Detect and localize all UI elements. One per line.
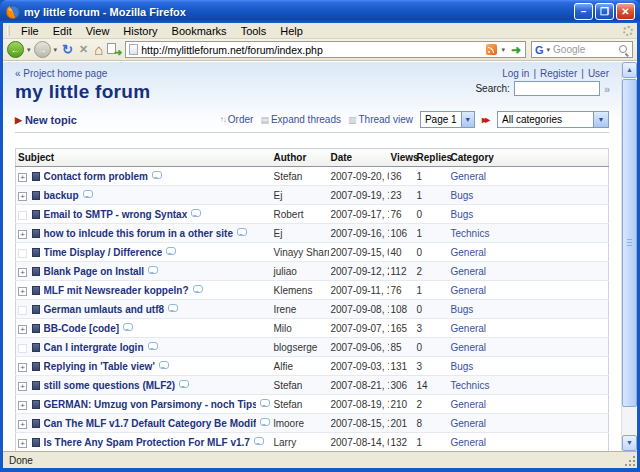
col-header-author[interactable]: Author xyxy=(272,149,329,167)
menu-file[interactable]: File xyxy=(14,24,46,38)
menu-view[interactable]: View xyxy=(79,24,117,38)
chevron-down-icon[interactable]: ▼ xyxy=(461,112,474,127)
subject-link[interactable]: Time Display / Difference xyxy=(44,247,163,258)
category-link[interactable]: General xyxy=(451,285,487,296)
search-engine-dropdown-icon[interactable]: ▾ xyxy=(546,46,552,54)
subject-link[interactable]: how to inlcude this forum in a other sit… xyxy=(44,228,233,239)
menu-tools[interactable]: Tools xyxy=(234,24,274,38)
scroll-thumb[interactable] xyxy=(622,79,637,407)
addon-page-icon[interactable]: ➜ xyxy=(107,43,120,56)
search-submit-icon[interactable]: » xyxy=(604,83,609,95)
reply-bubble-icon xyxy=(148,266,158,274)
col-header-category[interactable]: Category xyxy=(449,149,609,167)
user-link[interactable]: User xyxy=(588,68,609,79)
title-bar[interactable]: my little forum - Mozilla Firefox – ❐ ✕ xyxy=(0,0,640,23)
search-input[interactable] xyxy=(514,81,600,96)
expander-icon[interactable]: + xyxy=(18,420,27,429)
sort-arrows-icon: ↑↓ xyxy=(220,115,226,124)
subject-link[interactable]: MLF mit Newsreader koppeln? xyxy=(44,285,189,296)
category-link[interactable]: Bugs xyxy=(451,190,474,201)
category-link[interactable]: Bugs xyxy=(451,304,474,315)
category-link[interactable]: General xyxy=(451,247,487,258)
scroll-up-button[interactable]: ▲ xyxy=(622,62,637,78)
project-home-link[interactable]: « Project home page xyxy=(15,68,107,79)
rss-feed-icon[interactable] xyxy=(486,44,497,55)
scroll-track[interactable] xyxy=(622,78,637,435)
register-link[interactable]: Register xyxy=(540,68,577,79)
close-button[interactable]: ✕ xyxy=(616,3,635,20)
category-link[interactable]: General xyxy=(451,399,487,410)
home-button[interactable]: ⌂ xyxy=(92,41,105,58)
subject-link[interactable]: Replying in 'Table view' xyxy=(44,361,155,372)
back-button[interactable]: ← xyxy=(7,41,24,58)
resize-grip[interactable] xyxy=(624,455,636,467)
subject-link[interactable]: BB-Code [code] xyxy=(44,323,120,334)
category-link[interactable]: General xyxy=(451,437,487,448)
menu-help[interactable]: Help xyxy=(273,24,310,38)
url-text[interactable]: http://mylittleforum.net/forum/index.php xyxy=(141,44,483,56)
new-topic-link[interactable]: ▶ New topic xyxy=(15,114,77,126)
category-link[interactable]: General xyxy=(451,266,487,277)
login-link[interactable]: Log in xyxy=(502,68,529,79)
order-link[interactable]: ↑↓ Order xyxy=(220,114,254,125)
thread-view-link[interactable]: ▥ Thread view xyxy=(348,114,413,125)
expander-icon[interactable]: + xyxy=(18,439,27,448)
subject-link[interactable]: Blank Page on Install xyxy=(44,266,145,277)
page-select[interactable]: Page 1 ▼ xyxy=(420,111,475,128)
category-select[interactable]: All categories ▼ xyxy=(497,111,609,128)
chevron-down-icon[interactable]: ▼ xyxy=(593,112,608,127)
views-cell: 23 xyxy=(389,186,415,205)
expander-icon[interactable]: + xyxy=(18,401,27,410)
subject-link[interactable]: Can I intergrate login xyxy=(44,342,144,353)
category-link[interactable]: Technics xyxy=(451,228,490,239)
next-page-icon[interactable]: ▸▸ xyxy=(482,114,490,125)
subject-link[interactable]: Email to SMTP - wrong Syntax xyxy=(44,209,188,220)
category-link[interactable]: General xyxy=(451,342,487,353)
subject-link[interactable]: German umlauts and utf8 xyxy=(44,304,165,315)
forward-button[interactable]: → xyxy=(34,41,51,58)
maximize-button[interactable]: ❐ xyxy=(595,3,614,20)
subject-link[interactable]: backup xyxy=(44,190,79,201)
col-header-views[interactable]: Views xyxy=(389,149,415,167)
expander-icon[interactable]: + xyxy=(18,192,27,201)
category-link[interactable]: General xyxy=(451,171,487,182)
subject-link[interactable]: GERMAN: Umzug von Parsimony - noch Tips … xyxy=(44,399,256,410)
scroll-down-button[interactable]: ▼ xyxy=(622,435,637,451)
expander-icon[interactable]: + xyxy=(18,173,27,182)
menu-history[interactable]: History xyxy=(116,24,164,38)
expander-icon[interactable]: + xyxy=(18,325,27,334)
google-search-box[interactable]: G ▾ Google xyxy=(531,41,633,58)
expand-threads-link[interactable]: ▤ Expand threads xyxy=(260,114,341,125)
expander-icon[interactable]: + xyxy=(18,230,27,239)
subject-link[interactable]: still some questions (MLF2) xyxy=(44,380,176,391)
category-link[interactable]: General xyxy=(451,323,487,334)
subject-link[interactable]: Contact form problem xyxy=(44,171,148,182)
expander-icon[interactable]: + xyxy=(18,268,27,277)
reload-button[interactable]: ↻ xyxy=(60,41,75,58)
menu-edit[interactable]: Edit xyxy=(46,24,79,38)
magnifier-icon[interactable] xyxy=(618,44,629,55)
expander-icon[interactable]: + xyxy=(18,363,27,372)
expander-icon[interactable]: + xyxy=(18,382,27,391)
menu-bookmarks[interactable]: Bookmarks xyxy=(165,24,234,38)
category-link[interactable]: Technics xyxy=(451,380,490,391)
col-header-date[interactable]: Date xyxy=(329,149,389,167)
col-header-replies[interactable]: Replies xyxy=(415,149,449,167)
category-link[interactable]: Bugs xyxy=(451,209,474,220)
subject-link[interactable]: Is There Any Spam Protection For MLF v1.… xyxy=(44,437,250,448)
back-dropdown-icon[interactable]: ▾ xyxy=(26,46,32,54)
stop-button[interactable]: ✕ xyxy=(77,41,90,58)
expander-icon[interactable]: + xyxy=(18,287,27,296)
vertical-scrollbar[interactable]: ▲ ▼ xyxy=(621,62,637,451)
category-link[interactable]: General xyxy=(451,418,487,429)
url-dropdown-icon[interactable]: ▾ xyxy=(500,46,506,54)
go-button[interactable]: ➜ xyxy=(509,43,523,57)
forward-dropdown-icon[interactable]: ▾ xyxy=(53,46,59,54)
category-link[interactable]: Bugs xyxy=(451,361,474,372)
minimize-button[interactable]: – xyxy=(574,3,593,20)
toolbar-grip[interactable] xyxy=(7,25,10,36)
subject-link[interactable]: Can The MLF v1.7 Default Category Be Mod… xyxy=(44,418,256,429)
col-header-subject[interactable]: Subject xyxy=(16,149,272,167)
google-search-placeholder[interactable]: Google xyxy=(553,44,616,55)
address-bar[interactable]: http://mylittleforum.net/forum/index.php… xyxy=(125,41,526,58)
